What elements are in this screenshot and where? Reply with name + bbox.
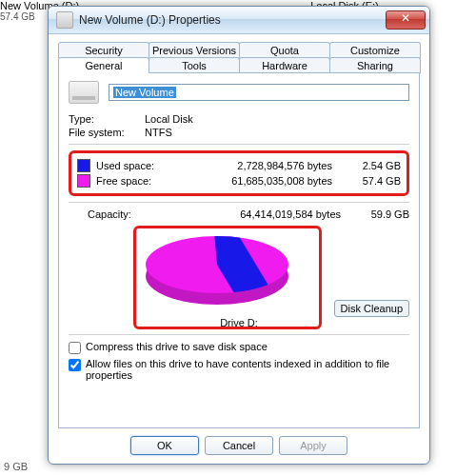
tab-customize[interactable]: Customize [329,42,421,58]
cancel-button[interactable]: Cancel [205,436,273,455]
titlebar[interactable]: New Volume (D:) Properties ✕ [49,7,429,34]
pie-drive-label: Drive D: [69,317,409,328]
tab-general[interactable]: General [58,57,149,73]
dialog-footer: OK Cancel Apply [58,428,420,457]
used-bytes: 2,728,984,576 bytes [170,160,351,171]
drive-icon [56,11,73,29]
filesystem-value: NTFS [145,127,409,138]
tab-sharing[interactable]: Sharing [329,57,421,73]
filesystem-label: File system: [69,127,145,138]
disk-cleanup-button[interactable]: Disk Cleanup [334,300,409,317]
compress-checkbox-row[interactable]: Compress this drive to save disk space [69,341,409,354]
capacity-human: 59.9 GB [360,208,409,220]
index-checkbox[interactable] [69,359,81,371]
drive-large-icon [69,81,99,104]
window-title: New Volume (D:) Properties [79,13,386,27]
pie-highlight [133,226,322,329]
capacity-bytes: 64,414,019,584 bytes [181,208,360,220]
used-label: Used space: [96,160,170,171]
ok-button[interactable]: OK [130,436,199,455]
close-button[interactable]: ✕ [386,10,426,30]
tab-previous-versions[interactable]: Previous Versions [149,42,240,58]
free-bytes: 61,685,035,008 bytes [170,175,351,187]
space-highlight: Used space: 2,728,984,576 bytes 2.54 GB … [69,150,409,196]
tab-hardware[interactable]: Hardware [239,57,330,73]
type-label: Type: [69,113,145,125]
tab-security[interactable]: Security [58,42,149,58]
used-swatch [77,159,90,172]
apply-button[interactable]: Apply [279,436,347,455]
bg-bottom-size: 9 GB [4,461,28,472]
volume-name-input[interactable]: New Volume [109,84,409,101]
general-panel: New Volume Type: Local Disk File system:… [58,72,420,428]
tab-quota[interactable]: Quota [239,42,330,58]
tab-tools[interactable]: Tools [149,57,240,73]
capacity-label: Capacity: [69,208,181,220]
compress-label: Compress this drive to save disk space [86,341,268,352]
compress-checkbox[interactable] [69,342,81,354]
free-human: 57.4 GB [351,175,401,187]
used-human: 2.54 GB [351,160,401,171]
properties-dialog: New Volume (D:) Properties ✕ Security Pr… [48,6,430,465]
pie-chart [146,236,288,293]
type-value: Local Disk [145,113,409,125]
tab-strip: Security Previous Versions Quota Customi… [58,42,420,73]
free-label: Free space: [96,175,170,187]
index-checkbox-row[interactable]: Allow files on this drive to have conten… [69,358,409,381]
free-swatch [77,174,90,188]
index-label: Allow files on this drive to have conten… [86,358,409,381]
